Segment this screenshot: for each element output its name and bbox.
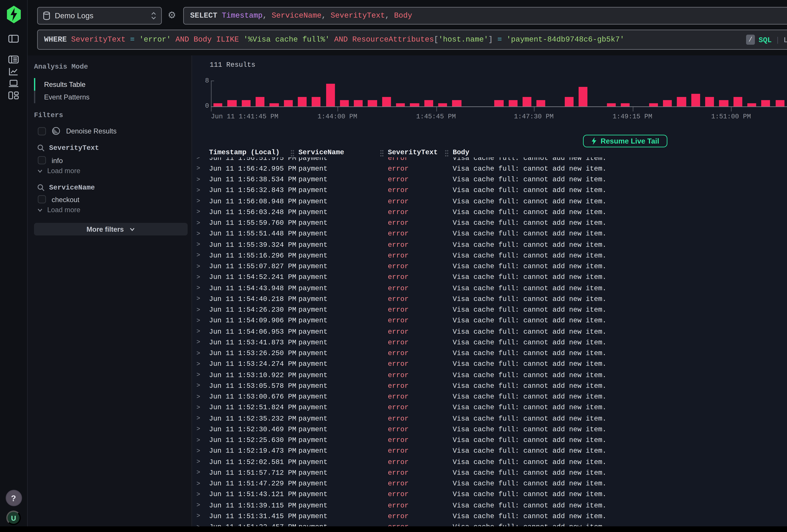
log-row[interactable]: >Jun 11 1:51:31.415 PMpaymenterrorVisa c… (193, 511, 787, 522)
row-expand-icon[interactable]: > (196, 361, 209, 368)
row-expand-icon[interactable]: > (196, 209, 209, 216)
app-logo-icon[interactable] (6, 6, 21, 23)
histogram-bar[interactable] (508, 100, 517, 106)
denoise-results-checkbox[interactable]: Denoise Results (38, 127, 116, 135)
histogram-bar[interactable] (438, 103, 447, 107)
filter-value-checkout[interactable]: checkout (38, 195, 79, 204)
log-row[interactable]: >Jun 11 1:52:30.469 PMpaymenterrorVisa c… (193, 424, 787, 435)
row-expand-icon[interactable]: > (196, 339, 209, 346)
row-expand-icon[interactable]: > (196, 448, 209, 454)
log-row[interactable]: >Jun 11 1:56:42.995 PMpaymenterrorVisa c… (193, 163, 787, 174)
log-row[interactable]: >Jun 11 1:53:24.274 PMpaymenterrorVisa c… (193, 359, 787, 369)
row-expand-icon[interactable]: > (196, 524, 209, 527)
log-row[interactable]: >Jun 11 1:56:38.534 PMpaymenterrorVisa c… (193, 174, 787, 185)
log-row[interactable]: >Jun 11 1:51:39.115 PMpaymenterrorVisa c… (193, 500, 787, 511)
row-expand-icon[interactable]: > (196, 230, 209, 237)
histogram-bar[interactable] (705, 97, 714, 107)
search-logs-icon[interactable] (0, 54, 27, 65)
log-row[interactable]: >Jun 11 1:52:51.824 PMpaymenterrorVisa c… (193, 402, 787, 413)
filter-value-info[interactable]: info (38, 156, 63, 164)
row-expand-icon[interactable]: > (196, 176, 209, 183)
histogram-bar[interactable] (452, 100, 461, 106)
row-expand-icon[interactable]: > (196, 371, 209, 379)
log-row[interactable]: >Jun 11 1:54:09.906 PMpaymenterrorVisa c… (193, 315, 787, 326)
row-expand-icon[interactable]: > (196, 263, 209, 270)
dashboards-icon[interactable] (0, 89, 27, 101)
row-expand-icon[interactable]: > (196, 491, 209, 498)
log-row[interactable]: >Jun 11 1:53:05.578 PMpaymenterrorVisa c… (193, 380, 787, 391)
row-expand-icon[interactable]: > (196, 459, 209, 465)
histogram-bar[interactable] (284, 100, 293, 106)
row-expand-icon[interactable]: > (196, 296, 209, 302)
histogram-bar[interactable] (410, 103, 419, 107)
histogram-bar[interactable] (270, 103, 279, 107)
log-row[interactable]: >Jun 11 1:55:16.296 PMpaymenterrorVisa c… (193, 250, 787, 261)
log-row[interactable]: >Jun 11 1:53:10.922 PMpaymenterrorVisa c… (193, 369, 787, 380)
column-resize-handle[interactable] (380, 149, 384, 157)
histogram-bar[interactable] (565, 97, 574, 107)
chart-explorer-icon[interactable] (0, 65, 27, 78)
col-header-body[interactable]: Body (453, 149, 787, 156)
histogram-bar[interactable] (312, 97, 321, 107)
histogram-bar[interactable] (649, 103, 658, 107)
row-expand-icon[interactable]: > (196, 350, 209, 357)
row-expand-icon[interactable]: > (196, 274, 209, 281)
nav-event-patterns[interactable]: Event Patterns (34, 91, 185, 103)
row-expand-icon[interactable]: > (196, 317, 209, 324)
log-row[interactable]: >Jun 11 1:51:22.457 PMpaymenterrorVisa c… (193, 522, 787, 526)
log-row[interactable]: >Jun 11 1:55:07.827 PMpaymenterrorVisa c… (193, 261, 787, 272)
row-expand-icon[interactable]: > (196, 437, 209, 444)
row-expand-icon[interactable]: > (196, 469, 209, 476)
log-row[interactable]: >Jun 11 1:51:57.712 PMpaymenterrorVisa c… (193, 467, 787, 478)
column-resize-handle[interactable] (445, 149, 449, 157)
log-row[interactable]: >Jun 11 1:51:47.229 PMpaymenterrorVisa c… (193, 478, 787, 489)
histogram-bar[interactable] (523, 97, 532, 107)
log-row[interactable]: >Jun 11 1:55:51.448 PMpaymenterrorVisa c… (193, 228, 787, 239)
row-expand-icon[interactable]: > (196, 306, 209, 313)
log-row[interactable]: >Jun 11 1:52:35.232 PMpaymenterrorVisa c… (193, 413, 787, 424)
load-more-severitytext[interactable]: Load more (37, 167, 80, 174)
histogram-bar[interactable] (677, 97, 686, 107)
log-row[interactable]: >Jun 11 1:56:03.248 PMpaymenterrorVisa c… (193, 207, 787, 217)
log-row[interactable]: >Jun 11 1:55:39.324 PMpaymenterrorVisa c… (193, 239, 787, 250)
histogram-bar[interactable] (621, 103, 630, 107)
histogram-bar[interactable] (494, 100, 503, 106)
histogram-bar[interactable] (382, 97, 391, 107)
histogram-bar[interactable] (396, 103, 405, 107)
more-filters-button[interactable]: More filters (34, 223, 188, 235)
panel-toggle-icon[interactable] (0, 33, 27, 45)
col-header-servicename[interactable]: ServiceName (298, 149, 388, 156)
row-expand-icon[interactable]: > (196, 241, 209, 248)
log-row[interactable]: >Jun 11 1:53:41.873 PMpaymenterrorVisa c… (193, 337, 787, 348)
log-row[interactable]: >Jun 11 1:53:26.250 PMpaymenterrorVisa c… (193, 348, 787, 359)
row-expand-icon[interactable]: > (196, 415, 209, 422)
where-query-input[interactable]: WHERE SeverityText = 'error' AND Body IL… (37, 29, 787, 50)
histogram-bar[interactable] (298, 97, 307, 107)
histogram-bar[interactable] (537, 100, 546, 106)
histogram-bar[interactable] (228, 100, 236, 106)
row-expand-icon[interactable]: > (196, 198, 209, 205)
row-expand-icon[interactable]: > (196, 502, 209, 509)
sessions-icon[interactable] (0, 78, 27, 89)
histogram-bar[interactable] (241, 100, 251, 106)
histogram-bar[interactable] (719, 100, 728, 106)
histogram-bar[interactable] (326, 84, 335, 107)
search-icon[interactable] (37, 144, 45, 152)
row-expand-icon[interactable]: > (196, 404, 209, 411)
histogram-bar[interactable] (663, 100, 672, 106)
row-expand-icon[interactable]: > (196, 513, 209, 520)
log-row[interactable]: >Jun 11 1:56:32.843 PMpaymenterrorVisa c… (193, 185, 787, 196)
log-row[interactable]: >Jun 11 1:52:19.473 PMpaymenterrorVisa c… (193, 446, 787, 456)
log-row[interactable]: >Jun 11 1:56:08.948 PMpaymenterrorVisa c… (193, 196, 787, 207)
histogram-bar[interactable] (733, 97, 742, 107)
avatar[interactable]: U (6, 511, 21, 525)
search-icon[interactable] (37, 184, 45, 191)
row-expand-icon[interactable]: > (196, 252, 209, 259)
log-row[interactable]: >Jun 11 1:51:43.121 PMpaymenterrorVisa c… (193, 489, 787, 500)
histogram-bar[interactable] (340, 100, 349, 106)
source-select[interactable]: Demo Logs (37, 7, 162, 25)
log-row[interactable]: >Jun 11 1:54:26.230 PMpaymenterrorVisa c… (193, 304, 787, 315)
histogram-bar[interactable] (607, 103, 616, 107)
column-resize-handle[interactable] (290, 149, 295, 157)
log-row[interactable]: >Jun 11 1:54:52.241 PMpaymenterrorVisa c… (193, 272, 787, 283)
